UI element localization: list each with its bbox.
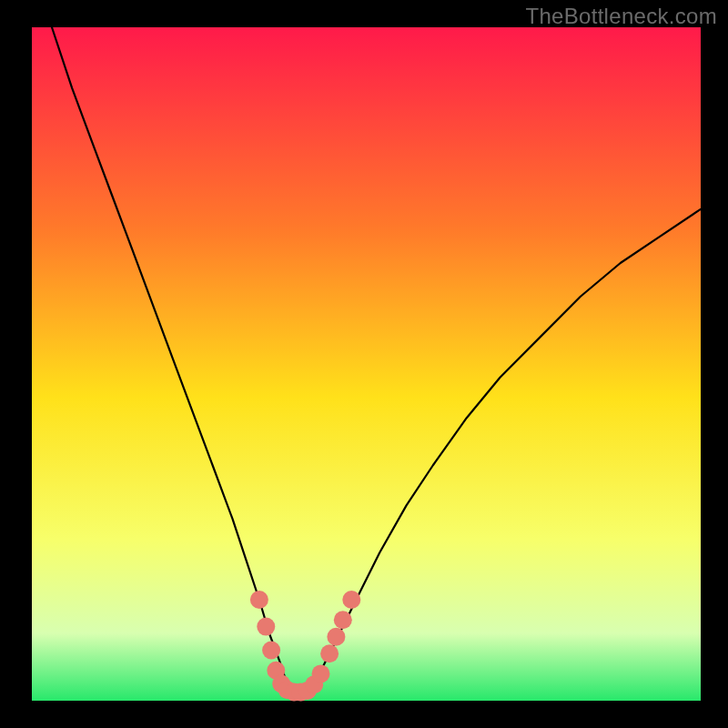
data-point — [334, 611, 352, 629]
data-point — [320, 644, 339, 662]
chart-frame: TheBottleneck.com — [0, 0, 728, 728]
data-point — [262, 642, 280, 660]
bottleneck-chart — [0, 0, 728, 728]
data-point — [257, 618, 275, 636]
data-point — [342, 591, 360, 609]
data-point — [327, 628, 345, 646]
data-point — [312, 664, 330, 682]
plot-area — [32, 27, 701, 701]
data-point — [250, 591, 268, 609]
watermark-text: TheBottleneck.com — [525, 4, 717, 29]
